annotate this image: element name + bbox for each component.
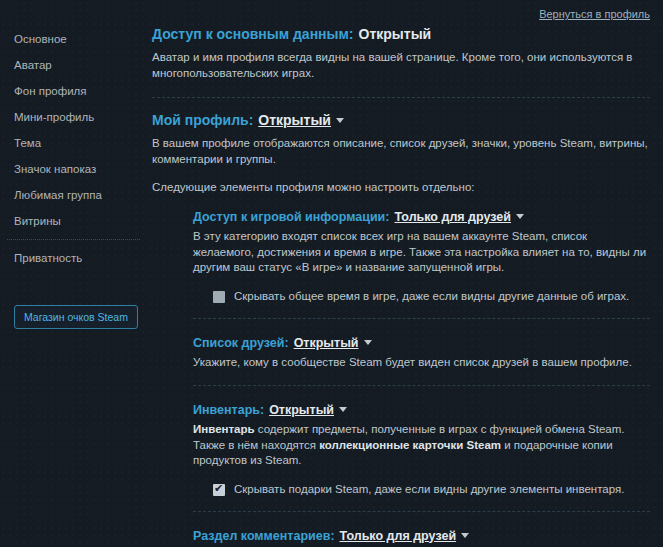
inventory-desc-bold: коллекционные карточки Steam bbox=[319, 439, 501, 451]
friends-list-dropdown[interactable]: Открытый bbox=[294, 336, 359, 350]
page: Основное Аватар Фон профиля Мини-профиль… bbox=[0, 0, 663, 547]
basic-access-value: Открытый bbox=[359, 26, 432, 42]
subsections: Доступ к игровой информации:Только для д… bbox=[193, 193, 650, 547]
chevron-down-icon[interactable] bbox=[339, 407, 347, 412]
basic-access-title: Доступ к основным данным:Открытый bbox=[152, 26, 650, 42]
sidebar-item-profile-background[interactable]: Фон профиля bbox=[14, 78, 146, 104]
profile-edit-sidebar: Основное Аватар Фон профиля Мини-профиль… bbox=[0, 0, 146, 547]
section-my-profile: Мой профиль:Открытый В вашем профиле ото… bbox=[152, 112, 650, 193]
my-profile-title: Мой профиль:Открытый bbox=[152, 112, 650, 128]
sidebar-item-general[interactable]: Основное bbox=[14, 26, 146, 52]
subsection-comments: Раздел комментариев:Только для друзей bbox=[193, 512, 650, 547]
inventory-label: Инвентарь: bbox=[193, 403, 264, 417]
comments-dropdown[interactable]: Только для друзей bbox=[340, 529, 457, 543]
chevron-down-icon[interactable] bbox=[336, 118, 344, 123]
separate-settings-note: Следующие элементы профиля можно настрои… bbox=[152, 181, 650, 193]
subsection-friends-list: Список друзей:Открытый Укажите, кому в с… bbox=[193, 319, 650, 387]
privacy-settings-main: Вернуться в профиль Доступ к основным да… bbox=[146, 0, 663, 547]
section-basic-access: Доступ к основным данным:Открытый Аватар… bbox=[152, 26, 650, 81]
comments-title: Раздел комментариев:Только для друзей bbox=[193, 529, 650, 543]
hide-playtime-checkbox-row[interactable]: Скрывать общее время в игре, даже если в… bbox=[213, 290, 650, 303]
chevron-down-icon[interactable] bbox=[364, 340, 372, 345]
comments-label: Раздел комментариев: bbox=[193, 529, 335, 543]
basic-access-description: Аватар и имя профиля всегда видны на ваш… bbox=[152, 50, 650, 81]
friends-list-title: Список друзей:Открытый bbox=[193, 336, 650, 350]
sidebar-item-showcases[interactable]: Витрины bbox=[14, 208, 146, 234]
game-info-description: В эту категорию входят список всех игр н… bbox=[193, 229, 650, 276]
chevron-down-icon[interactable] bbox=[461, 533, 469, 538]
game-info-dropdown[interactable]: Только для друзей bbox=[394, 210, 511, 224]
sidebar-divider bbox=[7, 239, 140, 240]
friends-list-description: Укажите, кому в сообществе Steam будет в… bbox=[193, 355, 650, 371]
friends-list-label: Список друзей: bbox=[193, 336, 289, 350]
section-divider bbox=[152, 97, 650, 98]
inventory-title: Инвентарь:Открытый bbox=[193, 403, 650, 417]
chevron-down-icon[interactable] bbox=[516, 214, 524, 219]
points-shop-button[interactable]: Магазин очков Steam bbox=[14, 305, 138, 329]
hide-gifts-checkbox[interactable] bbox=[213, 484, 225, 496]
hide-gifts-checkbox-row[interactable]: Скрывать подарки Steam, даже если видны … bbox=[213, 483, 650, 496]
basic-access-label: Доступ к основным данным: bbox=[152, 26, 354, 42]
sidebar-item-mini-profile[interactable]: Мини-профиль bbox=[14, 104, 146, 130]
return-to-profile-link[interactable]: Вернуться в профиль bbox=[539, 8, 650, 20]
hide-playtime-checkbox[interactable] bbox=[213, 291, 225, 303]
sidebar-item-favorite-group[interactable]: Любимая группа bbox=[14, 182, 146, 208]
sidebar-item-avatar[interactable]: Аватар bbox=[14, 52, 146, 78]
my-profile-description: В вашем профиле отображаются описание, с… bbox=[152, 136, 650, 167]
inventory-dropdown[interactable]: Открытый bbox=[269, 403, 334, 417]
subsection-game-info: Доступ к игровой информации:Только для д… bbox=[193, 193, 650, 319]
hide-playtime-label: Скрывать общее время в игре, даже если в… bbox=[234, 290, 629, 302]
game-info-title: Доступ к игровой информации:Только для д… bbox=[193, 210, 650, 224]
sidebar-item-privacy[interactable]: Приватность bbox=[14, 245, 146, 271]
inventory-description: Инвентарь содержит предметы, полученные … bbox=[193, 422, 650, 469]
sidebar-item-featured-badge[interactable]: Значок напоказ bbox=[14, 156, 146, 182]
hide-gifts-label: Скрывать подарки Steam, даже если видны … bbox=[234, 483, 624, 495]
return-row: Вернуться в профиль bbox=[152, 4, 650, 20]
inventory-desc-bold: Инвентарь bbox=[193, 423, 255, 435]
my-profile-label: Мой профиль: bbox=[152, 112, 253, 128]
my-profile-dropdown[interactable]: Открытый bbox=[258, 112, 331, 128]
sidebar-item-theme[interactable]: Тема bbox=[14, 130, 146, 156]
subsection-inventory: Инвентарь:Открытый Инвентарь содержит пр… bbox=[193, 386, 650, 512]
game-info-label: Доступ к игровой информации: bbox=[193, 210, 389, 224]
